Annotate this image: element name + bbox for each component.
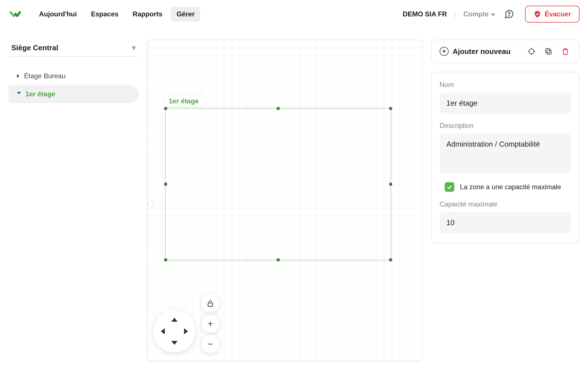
account-menu[interactable]: Compte	[463, 10, 495, 18]
trash-icon	[561, 47, 570, 56]
center-button[interactable]	[526, 46, 537, 57]
evacuate-label: Évacuer	[545, 10, 571, 18]
unlock-icon	[206, 299, 214, 307]
nav-links: Aujourd'hui Espaces Rapports Gérer	[33, 7, 200, 21]
field-has-capacity: La zone a une capacité maximale	[445, 182, 571, 192]
site-name: Siège Central	[11, 43, 58, 52]
field-description: Description	[440, 122, 571, 174]
arrow-right-icon	[184, 328, 188, 334]
name-input[interactable]	[440, 93, 571, 114]
add-new-label: Ajouter nouveau	[453, 47, 511, 56]
has-capacity-label: La zone a une capacité maximale	[460, 183, 561, 191]
crosshair-icon	[527, 47, 536, 56]
delete-button[interactable]	[560, 46, 571, 57]
duplicate-button[interactable]	[543, 46, 554, 57]
nav-link-today[interactable]: Aujourd'hui	[33, 7, 83, 21]
resize-handle-tr[interactable]	[389, 107, 392, 110]
plus-icon: +	[208, 319, 213, 329]
tree-item-label: 1er étage	[25, 90, 55, 98]
has-capacity-checkbox[interactable]	[445, 182, 454, 192]
arrow-left-icon	[161, 328, 165, 334]
shield-check-icon	[533, 10, 541, 18]
description-label: Description	[440, 122, 571, 130]
resize-handle-tl[interactable]	[164, 107, 167, 110]
svg-rect-8	[546, 49, 550, 53]
zone-toolbar: + Ajouter nouveau	[431, 40, 580, 63]
svg-point-0	[509, 15, 509, 16]
pan-up-button[interactable]	[169, 314, 180, 325]
svg-point-2	[529, 49, 534, 54]
nav-link-spaces[interactable]: Espaces	[85, 7, 124, 21]
evacuate-button[interactable]: Évacuer	[525, 6, 580, 23]
resize-handle-bm[interactable]	[277, 258, 280, 261]
minus-icon: −	[208, 339, 213, 349]
account-label: Compte	[463, 10, 488, 18]
resize-handle-mr[interactable]	[389, 183, 392, 186]
floor-tree: Étage Bureau 1er étage	[8, 67, 139, 103]
chevron-down-icon	[491, 14, 495, 16]
copy-icon	[544, 47, 553, 56]
svg-rect-1	[208, 303, 213, 306]
zone-rectangle[interactable]	[165, 108, 391, 260]
help-button[interactable]	[503, 8, 515, 20]
caret-down-icon: ▾	[132, 43, 136, 52]
chat-help-icon	[504, 9, 514, 19]
org-name: DEMO SIA FR	[403, 10, 447, 18]
pan-right-button[interactable]	[180, 326, 192, 337]
arrow-up-icon	[171, 318, 178, 322]
resize-handle-br[interactable]	[389, 258, 392, 261]
chevron-left-icon: ‹	[147, 201, 148, 207]
check-icon	[446, 184, 453, 190]
zoom-out-button[interactable]: −	[201, 335, 219, 353]
logo-icon	[10, 8, 21, 20]
field-name: Nom	[440, 81, 571, 114]
svg-rect-7	[547, 50, 551, 54]
collapse-sidebar-button[interactable]: ‹	[147, 198, 153, 210]
zoom-in-button[interactable]: +	[201, 315, 219, 333]
tree-item-first-floor[interactable]: 1er étage	[8, 85, 139, 103]
description-input[interactable]	[440, 134, 571, 173]
floorplan-canvas[interactable]: ‹ 1er étage + −	[147, 40, 423, 362]
caret-down-icon	[17, 92, 21, 96]
resize-handle-ml[interactable]	[164, 183, 167, 186]
zone-label[interactable]: 1er étage	[165, 95, 202, 107]
right-panel: + Ajouter nouveau	[431, 40, 580, 383]
main: Siège Central ▾ Étage Bureau 1er étage ‹…	[0, 28, 588, 383]
capacity-label: Capacité maximale	[440, 200, 571, 208]
sidebar: Siège Central ▾ Étage Bureau 1er étage	[8, 40, 139, 383]
tree-item-label: Étage Bureau	[24, 72, 66, 80]
add-new-button[interactable]: + Ajouter nouveau	[440, 47, 511, 56]
capacity-input[interactable]	[440, 212, 571, 233]
resize-handle-tm[interactable]	[277, 107, 280, 110]
top-nav: Aujourd'hui Espaces Rapports Gérer DEMO …	[0, 0, 588, 28]
caret-right-icon	[17, 74, 20, 78]
arrow-down-icon	[171, 341, 178, 345]
name-label: Nom	[440, 81, 571, 89]
pan-left-button[interactable]	[157, 326, 168, 337]
site-selector[interactable]: Siège Central ▾	[8, 40, 139, 57]
nav-link-reports[interactable]: Rapports	[127, 7, 168, 21]
logo[interactable]	[8, 7, 22, 21]
lock-button[interactable]	[201, 294, 219, 312]
pan-down-button[interactable]	[169, 337, 180, 349]
pan-control	[153, 310, 196, 352]
nav-divider: |	[454, 10, 456, 18]
field-capacity: Capacité maximale	[440, 200, 571, 233]
tree-item-floor-office[interactable]: Étage Bureau	[8, 67, 139, 85]
zone-form: Nom Description La zone a une capacité m…	[431, 72, 580, 243]
plus-circle-icon: +	[440, 47, 449, 56]
nav-link-manage[interactable]: Gérer	[171, 7, 200, 21]
resize-handle-bl[interactable]	[164, 258, 167, 261]
